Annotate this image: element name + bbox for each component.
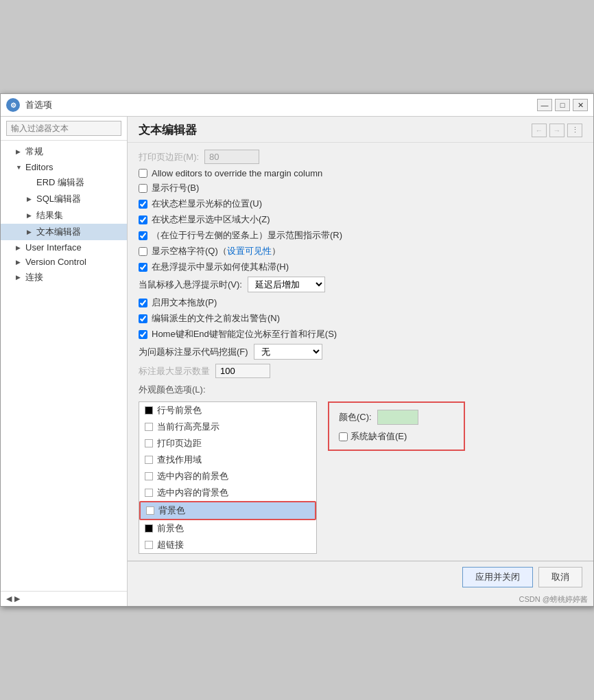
appearance-item-print-margin[interactable]: 打印页边距	[139, 435, 316, 452]
apply-close-button[interactable]: 应用并关闭	[462, 567, 533, 587]
appearance-item-label: 当前行高亮显示	[157, 421, 219, 433]
appearance-item-foreground[interactable]: 前景色	[139, 520, 316, 537]
hover-select[interactable]: 延迟后增加 立即 从不	[248, 277, 325, 292]
appearance-item-find-scope[interactable]: 查找作用域	[139, 452, 316, 468]
appearance-item-selection-fg[interactable]: 选中内容的前景色	[139, 468, 316, 485]
nav-menu-button[interactable]: ⋮	[567, 124, 582, 137]
minimize-button[interactable]: —	[537, 99, 552, 111]
smart-home-end-checkbox[interactable]	[139, 330, 147, 339]
title-bar: ⚙ 首选项 — □ ✕	[1, 94, 593, 117]
hover-label: 当鼠标移入悬浮提示时(V):	[139, 279, 242, 291]
sidebar-item-connection[interactable]: ▶ 连接	[1, 269, 127, 285]
system-default-label: 系统缺省值(E)	[351, 430, 407, 443]
show-whitespace-row: 显示空格字符(Q)（设置可见性）	[139, 245, 582, 257]
color-swatch-current-line	[145, 423, 153, 431]
code-mining-select[interactable]: 无 信息 警告 错误	[254, 344, 322, 360]
code-mining-label: 为问题标注显示代码挖掘(F)	[139, 346, 248, 358]
enable-drag-row: 启用文本拖放(P)	[139, 296, 582, 309]
max-annotations-input[interactable]	[215, 364, 270, 378]
app-icon: ⚙	[6, 98, 20, 112]
color-preview-swatch[interactable]	[377, 410, 418, 425]
sidebar: ▶ 常规 ▼ Editors ERD 编辑器 ▶ SQL编辑器	[1, 117, 128, 606]
scroll-left-btn[interactable]: ◀	[6, 594, 12, 603]
color-swatch-line-fg	[145, 406, 153, 415]
show-whitespace-checkbox[interactable]	[139, 247, 147, 256]
appearance-item-label: 背景色	[158, 504, 185, 517]
panel-title: 文本编辑器	[139, 122, 197, 138]
show-line-numbers-row: 显示行号(B)	[139, 182, 582, 194]
sidebar-item-label: 结果集	[36, 209, 121, 222]
show-line-numbers-label: 显示行号(B)	[152, 182, 199, 194]
maximize-button[interactable]: □	[555, 99, 570, 111]
appearance-list: 行号前景色 当前行高亮显示 打印页边距	[139, 401, 317, 554]
appearance-list-container: 行号前景色 当前行高亮显示 打印页边距	[139, 401, 317, 554]
close-button[interactable]: ✕	[573, 99, 588, 111]
show-range-checkbox[interactable]	[139, 231, 147, 240]
appearance-item-background[interactable]: 背景色	[139, 501, 316, 520]
bottom-bar: 应用并关闭 取消	[128, 561, 593, 593]
sidebar-item-label: ERD 编辑器	[36, 176, 121, 189]
sidebar-item-general[interactable]: ▶ 常规	[1, 143, 127, 160]
system-default-checkbox[interactable]	[339, 432, 348, 441]
panel-body: 打印页边距(M): 80 Allow editors to override t…	[128, 143, 593, 561]
visibility-settings-link[interactable]: 设置可见性	[227, 246, 272, 256]
arrow-icon: ▶	[27, 229, 36, 235]
sidebar-item-editors[interactable]: ▼ Editors	[1, 160, 127, 174]
appearance-item-current-line[interactable]: 当前行高亮显示	[139, 419, 316, 435]
appearance-item-hyperlink[interactable]: 超链接	[139, 537, 316, 553]
warn-on-edit-checkbox[interactable]	[139, 314, 147, 323]
warn-on-edit-label: 编辑派生的文件之前发出警告(N)	[152, 312, 280, 325]
appearance-item-line-fg[interactable]: 行号前景色	[139, 402, 316, 419]
preferences-window: ⚙ 首选项 — □ ✕ ▶ 常规 ▼ Editors	[0, 93, 594, 607]
appearance-section: 行号前景色 当前行高亮显示 打印页边距	[139, 401, 582, 554]
cancel-button[interactable]: 取消	[538, 567, 582, 587]
sidebar-search-input[interactable]	[6, 121, 121, 136]
arrow-icon: ▶	[27, 196, 36, 202]
allow-override-label: Allow editors to override the margin col…	[152, 168, 322, 178]
appearance-item-label: 行号前景色	[157, 404, 202, 417]
show-sticky-checkbox[interactable]	[139, 263, 147, 272]
arrow-icon: ▶	[16, 148, 25, 155]
appearance-item-label: 打印页边距	[157, 437, 202, 450]
enable-drag-label: 启用文本拖放(P)	[152, 296, 217, 309]
arrow-icon: ▶	[16, 259, 25, 266]
sidebar-tree: ▶ 常规 ▼ Editors ERD 编辑器 ▶ SQL编辑器	[1, 141, 127, 591]
enable-drag-checkbox[interactable]	[139, 299, 147, 307]
nav-forward-button[interactable]: →	[549, 124, 565, 137]
appearance-item-label: 前景色	[157, 522, 184, 535]
show-cursor-pos-label: 在状态栏显示光标的位置(U)	[152, 198, 262, 210]
sidebar-item-user-interface[interactable]: ▶ User Interface	[1, 240, 127, 255]
show-cursor-pos-checkbox[interactable]	[139, 200, 147, 209]
print-margin-input[interactable]: 80	[204, 150, 259, 164]
panel-header: 文本编辑器 ← → ⋮	[128, 117, 593, 143]
sidebar-item-label: SQL编辑器	[36, 193, 121, 205]
sidebar-item-erd-editor[interactable]: ERD 编辑器	[1, 174, 127, 191]
appearance-item-selection-bg[interactable]: 选中内容的背景色	[139, 485, 316, 501]
print-margin-row: 打印页边距(M): 80	[139, 150, 582, 164]
sidebar-item-version-control[interactable]: ▶ Version Control	[1, 255, 127, 269]
appearance-section-label: 外观颜色选项(L):	[139, 384, 582, 396]
show-line-numbers-checkbox[interactable]	[139, 184, 147, 193]
sidebar-item-label: Editors	[25, 162, 121, 172]
show-cursor-pos-row: 在状态栏显示光标的位置(U)	[139, 198, 582, 210]
appearance-item-label: 选中内容的背景色	[157, 487, 228, 499]
arrow-icon: ▼	[16, 164, 25, 171]
sidebar-item-result-set[interactable]: ▶ 结果集	[1, 207, 127, 224]
scroll-right-btn[interactable]: ▶	[14, 594, 20, 603]
show-selection-size-checkbox[interactable]	[139, 215, 147, 224]
color-swatch-find-scope	[145, 456, 153, 464]
code-mining-dropdown-row: 为问题标注显示代码挖掘(F) 无 信息 警告 错误	[139, 344, 582, 360]
allow-override-checkbox[interactable]	[139, 169, 147, 178]
sidebar-item-label: 文本编辑器	[36, 226, 121, 238]
show-range-label: （在位于行号左侧的竖条上）显示范围指示带(R)	[152, 229, 342, 242]
show-selection-size-label: 在状态栏显示选中区域大小(Z)	[152, 213, 270, 226]
sidebar-item-text-editor[interactable]: ▶ 文本编辑器	[1, 224, 127, 240]
panel-nav: ← → ⋮	[532, 124, 582, 137]
color-swatch-selection-fg	[145, 472, 153, 480]
show-sticky-row: 在悬浮提示中显示如何使其粘滞(H)	[139, 261, 582, 273]
sidebar-item-sql-editor[interactable]: ▶ SQL编辑器	[1, 191, 127, 207]
smart-home-end-label: Home键和End键智能定位光标至行首和行尾(S)	[152, 328, 337, 340]
nav-back-button[interactable]: ←	[532, 124, 547, 137]
sidebar-search-container	[1, 117, 127, 141]
appearance-item-label: 查找作用域	[157, 454, 202, 466]
